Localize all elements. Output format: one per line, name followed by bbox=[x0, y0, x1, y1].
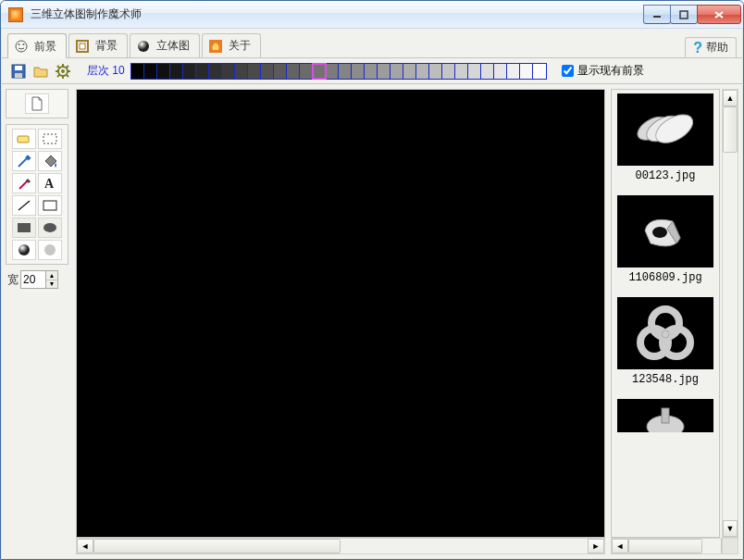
thumbnail-item[interactable]: 123548.jpg bbox=[617, 297, 713, 386]
ellipse-gray-tool[interactable] bbox=[38, 240, 62, 260]
save-button[interactable] bbox=[9, 62, 28, 81]
help-button[interactable]: ? 帮助 bbox=[685, 37, 737, 57]
color-picker-tool[interactable] bbox=[12, 151, 36, 171]
layer-cell[interactable] bbox=[378, 64, 391, 79]
layer-cell[interactable] bbox=[481, 64, 494, 79]
thumbnail-image bbox=[617, 297, 713, 369]
layer-cell[interactable] bbox=[494, 64, 507, 79]
layer-cell[interactable] bbox=[183, 64, 196, 79]
text-tool[interactable]: A bbox=[38, 173, 62, 193]
picker-icon bbox=[16, 154, 32, 168]
layer-cell[interactable] bbox=[391, 64, 403, 79]
tab-stereo-label: 立体图 bbox=[156, 38, 190, 54]
canvas-hscrollbar[interactable]: ◄ ► bbox=[76, 538, 605, 554]
svg-line-26 bbox=[19, 158, 27, 167]
thumbnail-item[interactable] bbox=[617, 399, 713, 432]
fill-tool[interactable] bbox=[38, 151, 62, 171]
open-button[interactable] bbox=[31, 62, 50, 81]
canvas-hscroll-track[interactable] bbox=[93, 539, 588, 554]
layer-cell[interactable] bbox=[196, 64, 209, 79]
scroll-corner bbox=[722, 538, 738, 554]
help-icon: ? bbox=[693, 40, 702, 56]
layer-cell[interactable] bbox=[222, 64, 235, 79]
new-file-button[interactable] bbox=[25, 93, 49, 114]
thumbnail-item[interactable]: 00123.jpg bbox=[617, 93, 713, 182]
svg-rect-25 bbox=[43, 134, 56, 143]
rect-filled-icon bbox=[16, 220, 32, 235]
layer-cell[interactable] bbox=[416, 64, 429, 79]
canvas-wrap: ◄ ► bbox=[76, 89, 605, 554]
canvas-hscroll-thumb[interactable] bbox=[93, 539, 341, 554]
layer-cell[interactable] bbox=[365, 64, 378, 79]
thumbnails-vscroll-track[interactable] bbox=[723, 106, 738, 520]
layer-cell[interactable] bbox=[261, 64, 274, 79]
width-spin-down[interactable]: ▼ bbox=[46, 280, 57, 289]
thumbnails-hscrollbar[interactable]: ◄ ► bbox=[611, 538, 738, 554]
layer-cell[interactable] bbox=[209, 64, 222, 79]
scroll-up-button[interactable]: ▲ bbox=[723, 90, 738, 106]
layer-cell[interactable] bbox=[300, 64, 313, 79]
line-icon bbox=[16, 198, 32, 213]
thumbs-hscroll-track[interactable] bbox=[628, 539, 721, 554]
close-button[interactable] bbox=[697, 5, 741, 24]
layer-cell[interactable] bbox=[157, 64, 170, 79]
rect-filled-tool[interactable] bbox=[12, 218, 36, 238]
line-tool[interactable] bbox=[12, 195, 36, 216]
layer-cell[interactable] bbox=[235, 64, 248, 79]
layer-cell[interactable] bbox=[520, 64, 533, 79]
settings-button[interactable] bbox=[54, 62, 72, 81]
width-spin-up[interactable]: ▲ bbox=[46, 271, 57, 280]
layer-cell[interactable] bbox=[339, 64, 352, 79]
layer-cell[interactable] bbox=[170, 64, 183, 79]
layer-cell[interactable] bbox=[352, 64, 365, 79]
layer-cell[interactable] bbox=[313, 64, 326, 79]
layer-cell[interactable] bbox=[442, 64, 455, 79]
eraser-tool[interactable] bbox=[12, 129, 36, 149]
layer-cell[interactable] bbox=[287, 64, 300, 79]
tab-background[interactable]: 背景 bbox=[68, 33, 128, 57]
layer-cell[interactable] bbox=[248, 64, 261, 79]
layer-cell[interactable] bbox=[144, 64, 157, 79]
thumbnails-vscroll-thumb[interactable] bbox=[723, 106, 738, 153]
scroll-down-button[interactable]: ▼ bbox=[723, 520, 738, 537]
new-file-icon bbox=[31, 96, 43, 111]
ellipse-filled-icon bbox=[42, 220, 58, 235]
maximize-button[interactable] bbox=[670, 5, 698, 24]
drawing-canvas[interactable] bbox=[76, 89, 605, 538]
ellipse-tool[interactable] bbox=[12, 240, 36, 260]
tab-about[interactable]: 关于 bbox=[202, 33, 261, 57]
thumbnail-item[interactable]: 1106809.jpg bbox=[617, 195, 713, 284]
tab-stereo[interactable]: 立体图 bbox=[130, 33, 200, 57]
show-foreground-input[interactable] bbox=[562, 65, 574, 77]
layer-cell[interactable] bbox=[326, 64, 339, 79]
layer-label: 层次 10 bbox=[87, 63, 125, 79]
thumbs-hscroll-thumb[interactable] bbox=[628, 539, 702, 554]
ellipse-filled-tool[interactable] bbox=[38, 218, 62, 238]
rect-tool[interactable] bbox=[38, 195, 62, 216]
ellipse-icon bbox=[16, 243, 32, 257]
width-input[interactable] bbox=[20, 270, 46, 289]
selection-tool[interactable] bbox=[38, 129, 62, 149]
layer-cell[interactable] bbox=[131, 64, 144, 79]
scroll-right-button[interactable]: ► bbox=[588, 539, 604, 554]
minimize-button[interactable] bbox=[643, 5, 671, 24]
thumbs-scroll-left[interactable]: ◄ bbox=[612, 539, 628, 554]
show-foreground-checkbox[interactable]: 显示现有前景 bbox=[562, 63, 644, 79]
layer-cell[interactable] bbox=[274, 64, 287, 79]
pencil-tool[interactable] bbox=[12, 173, 36, 193]
layer-cell[interactable] bbox=[507, 64, 520, 79]
svg-line-23 bbox=[57, 75, 59, 77]
floppy-icon bbox=[11, 64, 26, 79]
layer-cell[interactable] bbox=[468, 64, 481, 79]
layer-cell[interactable] bbox=[455, 64, 468, 79]
tab-foreground[interactable]: 前景 bbox=[7, 33, 67, 58]
scroll-left-button[interactable]: ◄ bbox=[77, 539, 93, 554]
layer-cell[interactable] bbox=[533, 64, 546, 79]
tab-foreground-label: 前景 bbox=[34, 39, 56, 55]
layer-cell[interactable] bbox=[403, 64, 416, 79]
thumbnail-image bbox=[617, 93, 713, 166]
layer-gradient-strip[interactable] bbox=[130, 63, 547, 80]
thumbnails-vscrollbar[interactable]: ▲ ▼ bbox=[722, 89, 738, 538]
thumbnails-panel: 00123.jpg 1106809.jpg 123548.jpg ▲ ▼ bbox=[611, 89, 738, 554]
layer-cell[interactable] bbox=[429, 64, 442, 79]
